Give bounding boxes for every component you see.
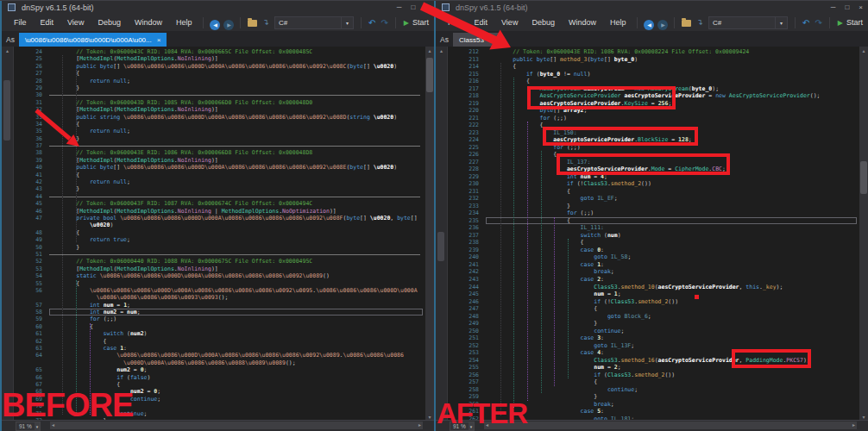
line-number: 65: [14, 366, 49, 373]
line-number: 40: [14, 164, 49, 171]
menubar: FileEditViewDebugWindowHelp ◀ ▶ ↴ C# ▾ ↶…: [2, 14, 434, 31]
scrollbar-thumb[interactable]: [860, 161, 867, 194]
back-button[interactable]: ◀: [208, 15, 222, 30]
code-text: \u0086\u0086\u0086\u000D\u000A\u0086\u00…: [49, 287, 418, 294]
forward-button[interactable]: ▶: [656, 15, 670, 30]
tab-assembly-explorer[interactable]: As: [436, 35, 453, 47]
menu-edit[interactable]: Edit: [468, 18, 495, 27]
minimize-button[interactable]: ─: [397, 4, 402, 11]
toolbar-separator: [674, 17, 675, 28]
back-icon: ◀: [644, 20, 654, 30]
code-text: }: [49, 185, 79, 192]
scroll-up-icon[interactable]: ▴: [859, 47, 868, 53]
tab-close-icon[interactable]: ×: [157, 36, 161, 44]
minimize-button[interactable]: ─: [831, 4, 836, 11]
code-text: [MethodImpl(MethodImplOptions.NoInlining…: [49, 265, 218, 272]
dnspy-window-before: dnSpy v6.1.5 (64-bit) ─ □ × FileEditView…: [0, 0, 434, 431]
code-text: Class53.smethod_10(aesCryptoServiceProvi…: [486, 284, 783, 291]
close-button[interactable]: ×: [425, 4, 429, 11]
code-line: 236 IL_111:: [448, 224, 859, 232]
indent-guide: [62, 55, 63, 415]
menu-debug[interactable]: Debug: [91, 18, 128, 27]
redo-button[interactable]: ↷: [381, 18, 387, 28]
side-scrollbar-thumb[interactable]: [3, 80, 10, 141]
code-text: for (;;): [49, 315, 116, 322]
open-button[interactable]: [245, 15, 260, 30]
code-line: 231 {: [448, 188, 859, 196]
indent-guide: [513, 78, 514, 408]
forward-button[interactable]: ▶: [222, 15, 236, 30]
scroll-down-icon[interactable]: ▾: [859, 414, 868, 420]
menu-help[interactable]: Help: [169, 18, 199, 27]
tab-document[interactable]: Class53 ×: [453, 33, 500, 47]
code-text: // Token: 0x0600043E RID: 1086 RVA: 0x00…: [49, 149, 312, 156]
maximize-button[interactable]: □: [845, 4, 849, 11]
scroll-right-icon[interactable]: ▸: [852, 422, 855, 429]
scroll-up-icon[interactable]: ▴: [436, 47, 447, 53]
line-number: 236: [448, 224, 486, 232]
after-label: AFTER: [437, 399, 527, 428]
maximize-button[interactable]: □: [411, 4, 415, 11]
undo-button[interactable]: ↶: [802, 18, 809, 28]
menu-help[interactable]: Help: [603, 18, 633, 27]
language-select[interactable]: C# ▾: [708, 16, 788, 29]
code-text: case 4:: [486, 349, 604, 357]
code-text: for (;;): [486, 115, 567, 122]
code-text: if (!Class53.smethod_2()): [486, 180, 651, 188]
titlebar[interactable]: dnSpy v6.1.5 (64-bit) ─ □ ×: [436, 1, 868, 14]
code-text: public byte[] \u0086\u0086\u0086\u000D\u…: [49, 164, 397, 171]
toolbar-separator: [240, 17, 241, 28]
scrollbar-thumb[interactable]: [426, 58, 433, 92]
menu-view[interactable]: View: [60, 18, 91, 27]
play-icon: ▶: [404, 19, 409, 27]
code-text: static \u0086\u0086\u0086\u000D\u000A\u0…: [49, 272, 330, 279]
scroll-up-icon[interactable]: ▴: [425, 47, 434, 53]
titlebar[interactable]: dnSpy v6.1.5 (64-bit) ─ □ ×: [2, 1, 434, 14]
start-button[interactable]: ▶ Start: [404, 18, 429, 27]
side-scrollbar-thumb[interactable]: [437, 232, 444, 261]
code-text: case 3:: [486, 334, 604, 342]
scroll-right-icon[interactable]: ▸: [418, 422, 421, 429]
line-number: 36: [14, 135, 49, 142]
code-line: 246 if (!Class53.smethod_2()): [448, 298, 859, 306]
line-number: 240: [448, 253, 486, 261]
code-text: goto IL_EF;: [486, 195, 618, 203]
redo-button[interactable]: ↷: [815, 18, 821, 28]
line-number: 33: [14, 114, 49, 121]
tab-assembly-explorer[interactable]: As: [2, 35, 19, 47]
open-button[interactable]: [679, 15, 694, 30]
line-number: 53: [14, 265, 49, 272]
goto-reference-icon[interactable]: ↴: [696, 18, 703, 27]
line-number: 228: [448, 166, 486, 173]
line-number: 48: [14, 229, 49, 236]
menu-debug[interactable]: Debug: [525, 18, 562, 27]
tab-document[interactable]: \u0086\u0086\u0086\u000D\u000A\u00... ×: [19, 33, 167, 47]
menu-edit[interactable]: Edit: [34, 18, 61, 27]
tab-close-icon[interactable]: ×: [489, 36, 494, 44]
scroll-down-icon[interactable]: ▾: [425, 414, 434, 420]
back-button[interactable]: ◀: [642, 15, 656, 30]
undo-button[interactable]: ↶: [368, 18, 375, 28]
language-select[interactable]: C# ▾: [274, 16, 354, 29]
menu-file[interactable]: File: [7, 18, 34, 27]
line-number: 60: [14, 323, 49, 330]
start-button[interactable]: ▶ Start: [838, 18, 863, 27]
menu-window[interactable]: Window: [128, 18, 169, 27]
menu-view[interactable]: View: [494, 18, 525, 27]
code-line: 238 {: [448, 239, 859, 247]
code-text: {: [49, 229, 79, 236]
line-number: 226: [448, 151, 486, 159]
line-number: 220: [448, 107, 486, 115]
horizontal-scrollbar[interactable]: ◂ ▸: [484, 422, 857, 429]
menu-file[interactable]: File: [441, 18, 468, 27]
tab-strip: As Class53 ×: [436, 31, 868, 47]
code-text: }: [49, 244, 79, 251]
line-number: 54: [14, 272, 49, 279]
menu-window[interactable]: Window: [562, 18, 603, 27]
code-text: // Token: 0x0600043D RID: 1085 RVA: 0x00…: [49, 99, 312, 106]
scroll-up-icon[interactable]: ▴: [2, 47, 13, 53]
folder-icon: [248, 20, 257, 27]
chevron-down-icon: ▾: [35, 422, 41, 430]
close-button[interactable]: ×: [859, 4, 863, 11]
goto-reference-icon[interactable]: ↴: [262, 18, 269, 27]
